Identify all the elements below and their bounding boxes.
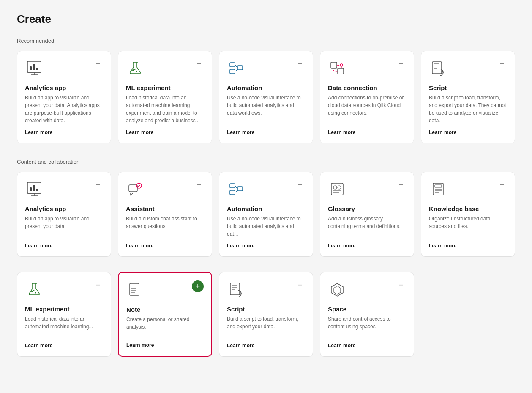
card-data-connection-rec-desc: Add connections to on-premise or cloud d… — [328, 94, 406, 124]
add-automation-rec-button[interactable]: + — [295, 59, 305, 69]
card-script-cc-desc: Build a script to load, transform, and e… — [227, 315, 305, 338]
add-glossary-cc-button[interactable]: + — [396, 180, 406, 190]
data-connection-icon — [328, 59, 346, 77]
add-ml-experiment-cc-button[interactable]: + — [93, 280, 103, 290]
card-data-connection-rec: + Data connection Add connections to on-… — [320, 51, 414, 143]
card-knowledge-base-cc-title: Knowledge base — [429, 205, 507, 212]
card-glossary-cc: + Glossary Add a business glossary conta… — [320, 172, 414, 257]
svg-rect-17 — [338, 68, 344, 74]
card-data-connection-rec-title: Data connection — [328, 84, 406, 91]
space-icon — [328, 280, 346, 299]
svg-rect-24 — [30, 187, 32, 191]
add-knowledge-base-cc-button[interactable]: + — [497, 180, 507, 190]
card-space-cc-title: Space — [328, 305, 406, 313]
svg-rect-38 — [435, 185, 442, 187]
note-icon — [126, 280, 145, 299]
card-assistant-cc-desc: Build a custom chat assistant to answer … — [126, 215, 204, 238]
script-cc-icon — [227, 280, 246, 299]
ml-experiment-icon — [126, 59, 145, 77]
svg-point-40 — [31, 291, 33, 292]
section-label-content-collab: Content and collaboration — [17, 159, 515, 165]
card-analytics-app-cc: + Analytics app Build an app to visualiz… — [17, 172, 111, 257]
card-analytics-app-rec-desc: Build an app to visualize and present yo… — [25, 94, 103, 124]
card-ml-experiment-rec-title: ML experiment — [126, 84, 204, 91]
svg-point-10 — [134, 69, 136, 70]
svg-rect-4 — [30, 66, 32, 70]
card-analytics-app-rec-link[interactable]: Learn more — [25, 129, 103, 135]
assistant-icon — [126, 180, 145, 198]
add-ml-experiment-rec-button[interactable]: + — [194, 59, 204, 69]
svg-rect-12 — [230, 69, 235, 74]
card-script-cc-title: Script — [227, 305, 305, 313]
svg-marker-46 — [334, 286, 341, 294]
card-glossary-cc-title: Glossary — [328, 205, 406, 212]
analytics-app-cc-icon — [25, 180, 44, 198]
svg-rect-25 — [33, 185, 35, 191]
svg-rect-43 — [130, 283, 139, 295]
card-script-rec-link[interactable]: Learn more — [429, 129, 507, 135]
card-glossary-cc-desc: Add a business glossary containing terms… — [328, 215, 406, 238]
svg-point-41 — [35, 292, 36, 294]
card-ml-experiment-rec-link[interactable]: Learn more — [126, 129, 204, 135]
add-note-cc-button[interactable]: + — [192, 280, 204, 292]
glossary-icon — [328, 180, 346, 198]
card-glossary-cc-link[interactable]: Learn more — [328, 243, 406, 249]
card-automation-rec-link[interactable]: Learn more — [227, 129, 305, 135]
card-ml-experiment-rec-desc: Load historical data into an automated m… — [126, 94, 204, 124]
card-automation-rec-desc: Use a no-code visual interface to build … — [227, 94, 305, 124]
card-note-cc-link[interactable]: Learn more — [126, 342, 204, 348]
svg-rect-6 — [36, 68, 38, 70]
card-analytics-app-cc-link[interactable]: Learn more — [25, 243, 103, 249]
add-script-rec-button[interactable]: + — [497, 59, 507, 69]
card-data-connection-rec-link[interactable]: Learn more — [328, 129, 406, 135]
svg-rect-19 — [432, 62, 442, 74]
svg-line-15 — [235, 70, 237, 71]
svg-point-35 — [333, 186, 337, 189]
card-script-rec-title: Script — [429, 84, 507, 91]
svg-rect-31 — [237, 187, 243, 191]
card-analytics-app-cc-desc: Build an app to visualize and present yo… — [25, 215, 103, 238]
card-space-cc: + Space Share and control access to cont… — [320, 272, 414, 357]
section-label-recommended: Recommended — [17, 38, 515, 44]
content-collab-cards-row1: + Analytics app Build an app to visualiz… — [17, 172, 515, 257]
ml-experiment-cc-icon — [25, 280, 44, 299]
svg-rect-16 — [331, 62, 337, 68]
card-analytics-app-cc-title: Analytics app — [25, 205, 103, 212]
card-automation-cc-link[interactable]: Learn more — [227, 243, 305, 249]
add-script-cc-button[interactable]: + — [295, 280, 305, 290]
add-data-connection-rec-button[interactable]: + — [396, 59, 406, 69]
svg-point-36 — [338, 186, 341, 189]
card-ml-experiment-rec: + ML experiment Load historical data int… — [118, 51, 212, 143]
card-note-cc-title: Note — [126, 306, 204, 313]
svg-rect-13 — [237, 66, 243, 70]
knowledge-base-icon — [429, 180, 447, 198]
svg-line-33 — [235, 191, 237, 192]
add-analytics-app-rec-button[interactable]: + — [93, 59, 103, 69]
svg-rect-27 — [129, 185, 137, 192]
card-ml-experiment-cc-link[interactable]: Learn more — [25, 343, 103, 349]
svg-rect-5 — [33, 64, 35, 70]
svg-rect-11 — [230, 63, 235, 67]
page-title: Create — [17, 13, 515, 26]
card-assistant-cc-link[interactable]: Learn more — [126, 243, 204, 249]
card-knowledge-base-cc-link[interactable]: Learn more — [429, 243, 507, 249]
svg-point-9 — [136, 71, 137, 72]
card-script-rec-desc: Build a script to load, transform, and e… — [429, 94, 507, 124]
add-automation-cc-button[interactable]: + — [295, 180, 305, 190]
card-space-cc-link[interactable]: Learn more — [328, 343, 406, 349]
add-assistant-cc-button[interactable]: + — [194, 180, 204, 190]
card-automation-rec: + Automation Use a no-code visual interf… — [219, 51, 313, 143]
card-assistant-cc-title: Assistant — [126, 205, 204, 212]
svg-point-8 — [132, 69, 134, 71]
add-analytics-app-cc-button[interactable]: + — [93, 180, 103, 190]
card-automation-rec-title: Automation — [227, 84, 305, 91]
svg-rect-34 — [331, 183, 343, 195]
card-script-cc-link[interactable]: Learn more — [227, 343, 305, 349]
card-script-cc: + Script Build a script to load, transfo… — [219, 272, 313, 357]
add-space-cc-button[interactable]: + — [396, 280, 406, 290]
card-note-cc: + Note Create a personal or shared analy… — [118, 272, 212, 357]
script-icon — [429, 59, 447, 77]
svg-rect-26 — [36, 189, 38, 191]
card-knowledge-base-cc: + Knowledge base Organize unstructured d… — [421, 172, 515, 257]
svg-point-42 — [33, 290, 35, 291]
